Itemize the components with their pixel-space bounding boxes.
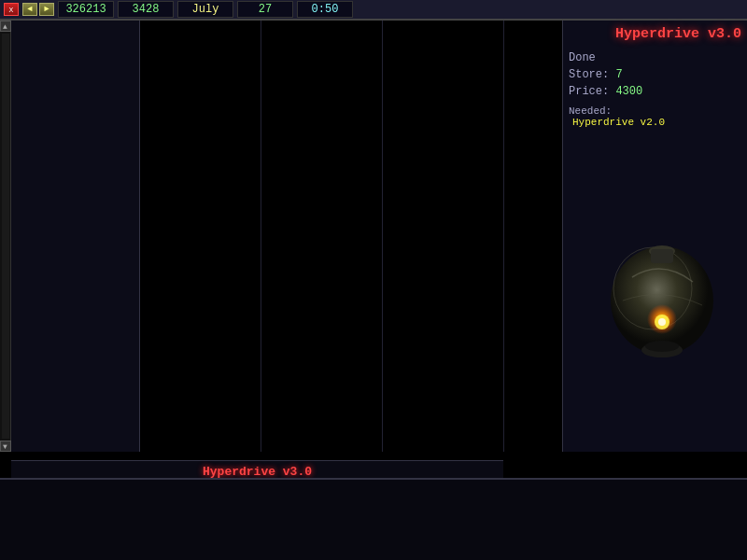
top-bar: X ◄ ► 326213 3428 July 27 0:50	[0, 0, 747, 21]
scroll-bar[interactable]: ▲ ▼	[0, 21, 11, 452]
needed-value: Hyperdrive v2.0	[569, 117, 741, 128]
nav-row-1	[0, 480, 747, 520]
structures-column	[383, 21, 504, 452]
store-value: 7	[615, 68, 622, 81]
month-display: July	[177, 1, 233, 18]
weapons-column	[261, 21, 383, 452]
price-value: 4300	[615, 85, 642, 98]
equipment-columns	[140, 21, 562, 452]
item-svg	[585, 221, 726, 361]
production-display: 3428	[118, 1, 174, 18]
done-line: Done	[569, 51, 741, 64]
needed-section: Needed: Hyperdrive v2.0	[569, 105, 741, 128]
close-button[interactable]: X	[4, 3, 19, 16]
svg-rect-8	[651, 249, 673, 263]
svg-point-3	[645, 341, 679, 352]
content-area: ▲ ▼ Hyperdrive v3.0 Done Store: 7 Price:…	[0, 21, 747, 452]
store-line: Store: 7	[569, 68, 741, 81]
price-line: Price: 4300	[569, 85, 741, 98]
info-panel: Hyperdrive v3.0 Done Store: 7 Price: 430…	[562, 21, 747, 452]
day-display: 27	[237, 1, 293, 18]
scroll-track	[2, 34, 9, 439]
ship-list	[11, 21, 140, 452]
svg-point-6	[658, 318, 666, 326]
time-display: 0:50	[297, 1, 353, 18]
nav-row-2	[0, 520, 747, 560]
bottom-navigation	[0, 478, 747, 560]
scroll-down-button[interactable]: ▼	[0, 441, 11, 452]
description-title: Hyperdrive v3.0	[19, 465, 496, 479]
credits-display: 326213	[58, 1, 114, 18]
arrow-left-button[interactable]: ◄	[22, 3, 37, 16]
drives-column	[140, 21, 261, 452]
item-title: Hyperdrive v3.0	[569, 26, 741, 42]
needed-label: Needed:	[569, 105, 741, 117]
item-image	[569, 135, 741, 446]
arrow-right-button[interactable]: ►	[39, 3, 54, 16]
scroll-up-button[interactable]: ▲	[0, 21, 11, 32]
